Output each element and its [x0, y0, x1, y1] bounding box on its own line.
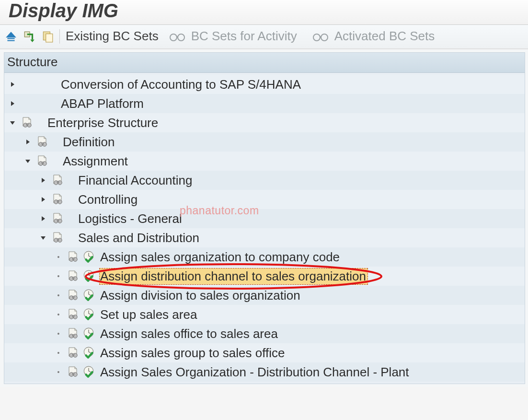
svg-rect-47 [73, 277, 74, 279]
tree-row[interactable]: Assignment [4, 152, 525, 171]
execute-activity-icon[interactable] [82, 289, 95, 302]
page-title: Display IMG [9, 0, 118, 21]
tree-row[interactable]: • Assign Sales Organization - Distributi… [4, 362, 525, 382]
img-activity-icon[interactable] [66, 327, 80, 341]
execute-activity-icon[interactable] [82, 308, 95, 321]
leaf-bullet-icon: • [54, 292, 63, 299]
svg-marker-11 [11, 82, 14, 87]
collapse-arrow-icon[interactable] [39, 235, 47, 241]
tree-row[interactable]: Logistics - General [4, 209, 525, 228]
tree-row[interactable]: • Assign sales organization to company c… [4, 247, 525, 267]
tree-node-label[interactable]: Conversion of Accounting to SAP S/4HANA [60, 77, 302, 92]
toolbar: Existing BC Sets BC Sets for Activity Ac… [0, 25, 528, 49]
leaf-bullet-icon: • [54, 253, 63, 261]
tree-row[interactable]: ABAP Platform [4, 94, 525, 113]
tree-node-label[interactable]: Assign Sales Organization - Distribution… [99, 365, 410, 380]
execute-activity-icon[interactable] [82, 269, 95, 283]
tree-row[interactable]: • Assign sales office to sales area [4, 324, 525, 343]
svg-marker-0 [6, 32, 16, 37]
tree-row[interactable]: Conversion of Accounting to SAP S/4HANA [4, 75, 525, 94]
svg-point-10 [321, 34, 328, 41]
tree-node-label[interactable]: ABAP Platform [60, 96, 145, 111]
svg-marker-29 [42, 197, 45, 202]
svg-point-9 [313, 34, 320, 41]
img-activity-icon[interactable] [20, 116, 34, 130]
existing-bc-sets-button[interactable]: Existing BC Sets [66, 29, 159, 44]
insert-node-icon[interactable] [23, 30, 35, 43]
tree-row[interactable]: Sales and Distribution [4, 228, 525, 247]
expand-arrow-icon[interactable] [8, 82, 17, 87]
tree-row[interactable]: Financial Accounting [4, 171, 525, 190]
glasses-icon [312, 31, 329, 42]
expand-arrow-icon[interactable] [23, 139, 32, 145]
svg-marker-17 [26, 140, 30, 144]
tree-row[interactable]: • Set up sales area [4, 305, 525, 324]
tree-node-label[interactable]: Assignment [62, 154, 129, 169]
svg-marker-4 [30, 39, 34, 42]
collapse-arrow-icon[interactable] [23, 158, 32, 164]
tree-row[interactable]: Definition [4, 132, 525, 152]
collapse-arrow-icon[interactable] [8, 120, 17, 126]
glasses-icon [169, 31, 185, 42]
main-area: Structure Conversion of Accounting to SA… [0, 49, 528, 387]
svg-rect-43 [73, 258, 74, 259]
tree-node-label[interactable]: Enterprise Structure [46, 116, 159, 130]
activated-bc-sets-button: Activated BC Sets [334, 29, 435, 44]
svg-rect-59 [73, 335, 74, 336]
tree-node-label[interactable]: Assign distribution channel to sales org… [99, 268, 368, 285]
svg-marker-12 [11, 101, 14, 106]
leaf-bullet-icon: • [54, 311, 63, 318]
expand-arrow-icon[interactable] [39, 177, 47, 183]
title-bar: Display IMG [0, 0, 528, 25]
svg-marker-21 [25, 160, 30, 163]
svg-rect-40 [57, 239, 59, 240]
img-activity-icon[interactable] [50, 173, 65, 187]
img-activity-icon[interactable] [35, 154, 49, 168]
img-activity-icon[interactable] [50, 231, 65, 245]
tree-row[interactable]: Enterprise Structure [4, 113, 525, 132]
tree-node-label[interactable]: Definition [62, 135, 115, 150]
svg-rect-32 [57, 200, 59, 202]
tree-node-label[interactable]: Sales and Distribution [77, 231, 200, 245]
tree-node-label[interactable]: Assign sales organization to company cod… [99, 250, 341, 265]
expand-all-icon[interactable] [5, 30, 17, 43]
svg-rect-67 [73, 373, 74, 374]
svg-marker-33 [42, 216, 45, 221]
img-activity-icon[interactable] [35, 135, 49, 149]
expand-arrow-icon[interactable] [39, 197, 47, 202]
img-activity-icon[interactable] [66, 346, 80, 360]
expand-arrow-icon[interactable] [39, 216, 47, 222]
bc-sets-for-activity-button: BC Sets for Activity [191, 29, 297, 44]
tree-node-label[interactable]: Set up sales area [99, 307, 198, 322]
img-activity-icon[interactable] [50, 192, 65, 207]
tree-node-label[interactable]: Assign sales group to sales office [99, 346, 286, 361]
execute-activity-icon[interactable] [82, 250, 95, 264]
img-activity-icon[interactable] [66, 250, 80, 264]
tree-node-label[interactable]: Logistics - General [77, 211, 183, 226]
svg-marker-37 [41, 236, 46, 240]
tree-node-label[interactable]: Assign division to sales organization [99, 288, 301, 303]
tree-row[interactable]: • Assign distribution channel to sales o… [4, 267, 525, 286]
tree-node-label[interactable]: Financial Accounting [77, 173, 193, 188]
svg-point-8 [178, 34, 184, 41]
img-activity-icon[interactable] [66, 365, 80, 379]
tree-node-label[interactable]: Assign sales office to sales area [99, 327, 279, 341]
img-activity-icon[interactable] [50, 211, 65, 226]
leaf-bullet-icon: • [54, 368, 63, 376]
svg-rect-1 [7, 38, 14, 39]
tree-row[interactable]: • Assign sales group to sales office [4, 343, 525, 362]
panel-header: Structure [4, 53, 525, 73]
execute-activity-icon[interactable] [82, 346, 95, 360]
tree-row[interactable]: Controlling [4, 190, 525, 209]
svg-rect-28 [57, 181, 59, 183]
img-activity-icon[interactable] [66, 288, 80, 303]
execute-activity-icon[interactable] [82, 327, 95, 340]
svg-rect-6 [46, 34, 53, 42]
paste-icon[interactable] [41, 30, 54, 43]
execute-activity-icon[interactable] [82, 365, 95, 379]
tree-row[interactable]: • Assign division to sales organization [4, 286, 525, 305]
tree-node-label[interactable]: Controlling [77, 192, 138, 207]
img-activity-icon[interactable] [66, 269, 80, 283]
img-activity-icon[interactable] [66, 307, 80, 322]
expand-arrow-icon[interactable] [8, 101, 17, 106]
